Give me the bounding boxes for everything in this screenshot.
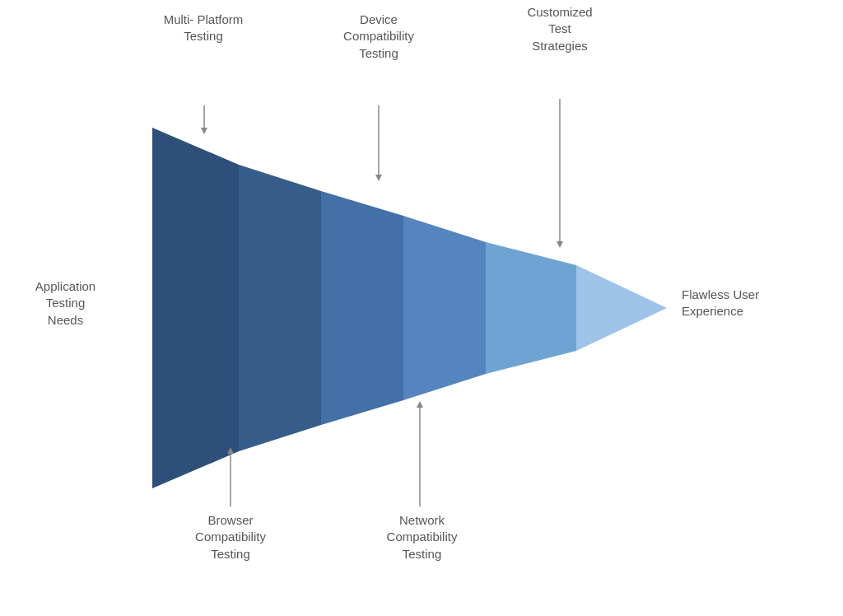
label-customized: CustomizedTestStrategies <box>494 4 626 54</box>
label-network-compat: NetworkCompatibilityTesting <box>350 512 494 562</box>
arrow-device-compat-head <box>375 175 382 181</box>
label-browser-compat: BrowserCompatibilityTesting <box>161 512 300 562</box>
label-flawless: Flawless UserExperience <box>682 287 834 320</box>
diagram-container: Multi- Platform Testing DeviceCompatibil… <box>0 0 843 616</box>
label-app-testing: ApplicationTestingNeeds <box>2 278 129 329</box>
segment-4 <box>403 216 486 400</box>
arrow-multi-platform-head <box>201 128 207 134</box>
arrow-network-compat-head <box>417 401 423 408</box>
segment-3 <box>321 191 403 425</box>
segment-5 <box>486 242 576 374</box>
arrow-customized-head <box>557 241 563 248</box>
label-multi-platform: Multi- Platform Testing <box>150 12 257 45</box>
label-device-compat: DeviceCompatibilityTesting <box>317 12 440 62</box>
segment-1 <box>152 128 239 488</box>
segment-6 <box>576 265 667 351</box>
segment-2 <box>239 165 321 451</box>
